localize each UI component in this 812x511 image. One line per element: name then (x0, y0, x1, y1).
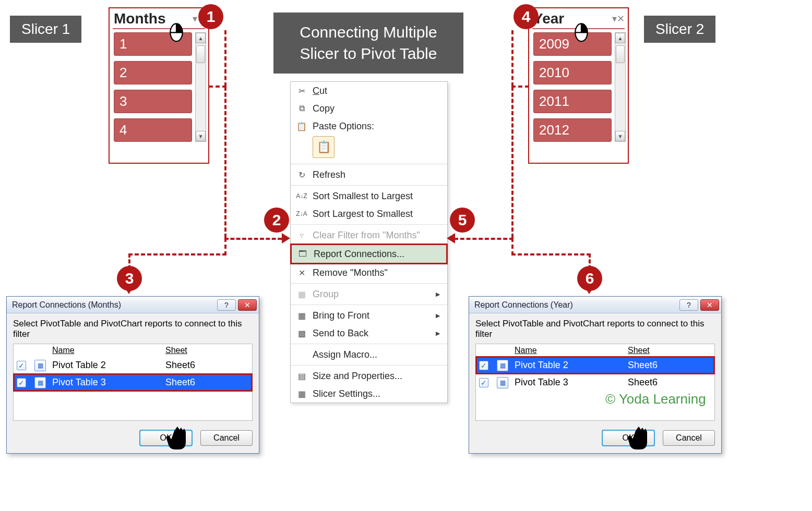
dialog-close-button[interactable]: ✕ (700, 299, 719, 311)
ctx-refresh[interactable]: ↻Refresh (291, 166, 447, 184)
dialog-titlebar[interactable]: Report Connections (Months) ? ✕ (7, 297, 259, 313)
slicer-months-scrollbar[interactable]: ▲ ▼ (195, 32, 206, 142)
row-sheet: Sheet6 (628, 360, 711, 371)
dialog-title: Report Connections (Year) (474, 300, 573, 310)
ctx-send-back[interactable]: ▩Send to Back (291, 324, 447, 342)
slicer-months-title: Months (114, 10, 166, 27)
ctx-group: ▦Group (291, 285, 447, 303)
refresh-icon: ↻ (296, 169, 307, 180)
dialog-help-button[interactable]: ? (679, 299, 698, 311)
scroll-down-icon[interactable]: ▼ (196, 131, 206, 141)
pivottable-icon: ▦ (34, 360, 46, 371)
dialog-table: Name Sheet ✓ ▦ Pivot Table 2 Sheet6 ✓ ▦ … (13, 344, 253, 421)
row-name: Pivot Table 2 (515, 360, 628, 371)
slicer-year-scrollbar[interactable]: ▲ ▼ (615, 32, 626, 142)
bring-front-icon: ▦ (296, 310, 307, 321)
dialog-table: Name Sheet ✓ ▦ Pivot Table 2 Sheet6 ✓ ▦ … (475, 344, 715, 421)
connector (511, 87, 514, 238)
ctx-remove[interactable]: ✕Remove "Months" (291, 264, 447, 282)
dialog-row[interactable]: ✓ ▦ Pivot Table 3 Sheet6 (14, 374, 252, 391)
report-connections-icon: 🗔 (297, 248, 308, 260)
scroll-thumb[interactable] (616, 45, 625, 63)
report-connections-dialog-months: Report Connections (Months) ? ✕ Select P… (6, 296, 259, 454)
row-name: Pivot Table 2 (52, 360, 165, 371)
connector (511, 253, 591, 256)
ctx-paste-options: 📋Paste Options: (291, 117, 447, 135)
ctx-bring-front[interactable]: ▦Bring to Front (291, 307, 447, 324)
right-click-cursor-icon (570, 23, 593, 46)
col-name: Name (515, 346, 628, 355)
step-badge-4: 4 (514, 4, 539, 29)
connector (209, 86, 226, 88)
scroll-up-icon[interactable]: ▲ (196, 33, 206, 43)
scroll-thumb[interactable] (196, 45, 205, 63)
ctx-assign-macro[interactable]: Assign Macro... (291, 346, 447, 363)
context-menu: ✂Cut ⧉Copy 📋Paste Options: 📋 ↻Refresh A↓… (290, 81, 448, 403)
scroll-up-icon[interactable]: ▲ (615, 33, 625, 43)
arrowhead-icon (282, 233, 290, 244)
pivottable-icon: ▦ (497, 360, 508, 371)
slicer-months-item[interactable]: 2 (114, 61, 192, 84)
connector (511, 30, 514, 87)
remove-icon: ✕ (296, 267, 307, 278)
slicer-year-item[interactable]: 2010 (533, 61, 612, 84)
paste-option-icon[interactable]: 📋 (313, 136, 335, 158)
slicer-months[interactable]: Months ▾✕ 1 2 3 4 ▲ ▼ (109, 7, 209, 164)
hand-cursor-icon (625, 425, 656, 457)
row-sheet: Sheet6 (165, 377, 249, 388)
slicer-months-item[interactable]: 4 (114, 118, 192, 142)
sort-desc-icon: Z↓A (296, 208, 307, 220)
slicer-year-item[interactable]: 2012 (533, 118, 612, 142)
slicer-year-item[interactable]: 2011 (533, 90, 612, 113)
connector (454, 238, 514, 240)
step-badge-3: 3 (117, 266, 142, 291)
step-badge-1: 1 (198, 4, 223, 29)
paste-gallery: 📋 (291, 135, 447, 162)
arrowhead-icon (447, 233, 455, 244)
step-badge-5: 5 (450, 208, 475, 233)
ctx-report-connections[interactable]: 🗔Report Connections... (290, 244, 448, 264)
ctx-clear-filter: ▿Clear Filter from "Months" (291, 226, 447, 244)
scroll-down-icon[interactable]: ▼ (615, 131, 625, 141)
connector (128, 253, 226, 256)
watermark: © Yoda Learning (605, 391, 706, 407)
ctx-sort-desc[interactable]: Z↓ASort Largest to Smallest (291, 205, 447, 223)
clear-filter-icon[interactable]: ▾✕ (612, 13, 625, 25)
pivottable-icon: ▦ (34, 377, 46, 388)
checkbox-icon[interactable]: ✓ (479, 361, 488, 370)
label-slicer-1: Slicer 1 (10, 16, 81, 43)
ctx-slicer-settings[interactable]: ▦Slicer Settings... (291, 385, 447, 403)
col-sheet: Sheet (165, 346, 249, 355)
sort-asc-icon: A↓Z (296, 190, 307, 202)
ctx-copy[interactable]: ⧉Copy (291, 100, 447, 117)
dialog-row[interactable]: ✓ ▦ Pivot Table 2 Sheet6 (476, 357, 714, 374)
cancel-button[interactable]: Cancel (663, 430, 715, 446)
col-name: Name (52, 346, 165, 355)
row-sheet: Sheet6 (628, 377, 711, 388)
dialog-close-button[interactable]: ✕ (238, 299, 257, 311)
dialog-titlebar[interactable]: Report Connections (Year) ? ✕ (469, 297, 721, 313)
dialog-help-button[interactable]: ? (217, 299, 236, 311)
step-badge-2: 2 (264, 208, 289, 233)
settings-icon: ▦ (296, 388, 307, 399)
slicer-months-item[interactable]: 3 (114, 90, 192, 113)
ctx-size-properties[interactable]: ▤Size and Properties... (291, 367, 447, 385)
send-back-icon: ▩ (296, 327, 307, 339)
connector (511, 238, 514, 256)
checkbox-icon[interactable]: ✓ (17, 361, 26, 370)
step-badge-6: 6 (577, 266, 602, 291)
dialog-row[interactable]: ✓ ▦ Pivot Table 2 Sheet6 (14, 357, 252, 374)
hand-cursor-icon (164, 425, 195, 457)
diagram-title-line1: Connecting Multiple (300, 23, 437, 41)
diagram-title: Connecting Multiple Slicer to Pivot Tabl… (273, 13, 463, 74)
ctx-sort-asc[interactable]: A↓ZSort Smallest to Largest (291, 187, 447, 205)
checkbox-icon[interactable]: ✓ (479, 378, 488, 387)
row-name: Pivot Table 3 (52, 377, 165, 388)
dialog-row[interactable]: ✓ ▦ Pivot Table 3 Sheet6 (476, 374, 714, 391)
row-sheet: Sheet6 (165, 360, 249, 371)
cancel-button[interactable]: Cancel (200, 430, 253, 446)
ctx-cut[interactable]: ✂Cut (291, 82, 447, 100)
checkbox-icon[interactable]: ✓ (17, 378, 26, 387)
copy-icon: ⧉ (296, 103, 307, 114)
pivottable-icon: ▦ (497, 377, 508, 388)
